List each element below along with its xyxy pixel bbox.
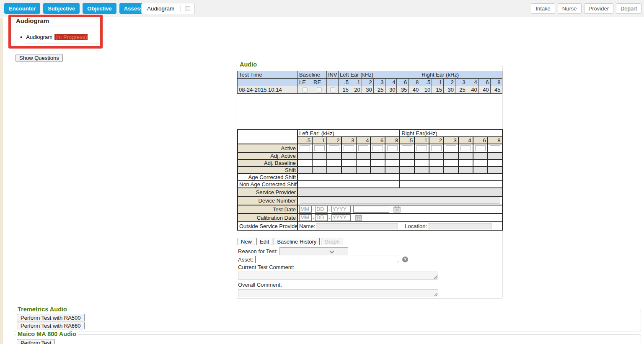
baseline-re-cell xyxy=(312,86,327,94)
active-input[interactable] xyxy=(475,145,486,151)
dash: - xyxy=(313,215,314,221)
test-time-value[interactable]: 08-24-2015 10:14 xyxy=(238,86,298,94)
perform-test-button[interactable]: Perform Test xyxy=(17,339,55,344)
freq-header: 2 xyxy=(327,137,341,144)
left-value: 35 xyxy=(397,86,409,94)
audio-section: Audio Test Time Baseline INV Left Ear (k… xyxy=(236,65,503,299)
calendar-icon[interactable] xyxy=(393,206,401,213)
reason-row: Reason for Test: xyxy=(238,247,348,255)
nav-button-objective[interactable]: Objective xyxy=(83,3,116,14)
status-badge: (In Progress) xyxy=(54,34,88,40)
graph-button[interactable]: Graph xyxy=(321,238,343,245)
perform-test-ra500-button[interactable]: Perform Test with RA500 xyxy=(17,314,85,321)
help-icon[interactable]: ? xyxy=(402,257,408,262)
baseline-history-button[interactable]: Baseline History xyxy=(274,238,320,245)
nav-button-encounter[interactable]: Encounter xyxy=(4,3,40,14)
left-value: 20 xyxy=(350,86,362,94)
reason-label: Reason for Test: xyxy=(238,248,277,254)
freq-header: 2 xyxy=(444,79,455,86)
calibration-date-mm-input[interactable] xyxy=(299,214,312,221)
active-input[interactable] xyxy=(358,145,369,151)
freq-header: 8 xyxy=(490,79,502,86)
freq-header: 2 xyxy=(429,137,444,144)
active-input[interactable] xyxy=(490,145,500,151)
provider-button[interactable]: Provider xyxy=(584,3,613,14)
freq-header: 1 xyxy=(414,137,429,144)
active-input[interactable] xyxy=(402,145,412,151)
non-age-shift-right-cell xyxy=(400,181,502,188)
overall-comment-label: Overall Comment: xyxy=(238,282,282,288)
freq-header: 1 xyxy=(432,79,444,86)
tab-audiogram[interactable]: Audiogram xyxy=(141,3,195,14)
freq-header: 3 xyxy=(373,79,385,86)
freq-header: .5 xyxy=(339,79,350,86)
col-right-ear: Right Ear (kHz) xyxy=(420,71,502,79)
row-label-adj-baseline: Adj. Baseline xyxy=(238,159,297,167)
test-time-input[interactable] xyxy=(353,206,389,213)
inv-checkbox[interactable] xyxy=(330,87,335,92)
audiogram-form-link[interactable]: Audiogram xyxy=(26,34,52,40)
baseline-re-checkbox[interactable] xyxy=(317,87,322,92)
active-input[interactable] xyxy=(387,145,398,151)
asset-input[interactable] xyxy=(255,256,400,263)
active-input[interactable] xyxy=(460,145,471,151)
active-input[interactable] xyxy=(314,145,325,151)
row-label-shift: Shift xyxy=(238,167,297,174)
calendar-icon[interactable] xyxy=(355,214,362,221)
baseline-le-checkbox[interactable] xyxy=(303,87,308,92)
freq-header: 8 xyxy=(488,137,502,144)
right-value: 40 xyxy=(478,86,490,94)
active-input[interactable] xyxy=(372,145,383,151)
divider xyxy=(25,43,99,44)
depart-button[interactable]: Depart xyxy=(616,3,641,14)
active-input[interactable] xyxy=(416,145,427,151)
forms-section-title: Audiogram xyxy=(16,17,49,24)
show-questions-button[interactable]: Show Questions xyxy=(16,54,63,62)
active-input[interactable] xyxy=(344,145,354,151)
non-age-shift-left-cell xyxy=(297,181,400,188)
calibration-date-yyyy-input[interactable] xyxy=(331,214,351,221)
overall-comment-textarea[interactable] xyxy=(238,289,438,297)
freq-header: 8 xyxy=(409,79,420,86)
outside-location-input[interactable] xyxy=(428,223,491,229)
perform-test-ra660-button[interactable]: Perform Test with RA660 xyxy=(17,322,85,329)
right-value: 40 xyxy=(467,86,478,94)
right-ear-header: Right Ear(kHz) xyxy=(400,130,502,137)
test-date-dd-input[interactable] xyxy=(315,206,328,213)
new-button[interactable]: New xyxy=(238,238,255,245)
resize-grip-icon xyxy=(434,293,437,296)
freq-header: 3 xyxy=(444,137,458,144)
device-number-input[interactable] xyxy=(300,198,500,204)
active-input[interactable] xyxy=(431,145,442,151)
dash: - xyxy=(328,215,330,221)
left-ear-header: Left Ear: (kHz) xyxy=(297,130,400,137)
active-input[interactable] xyxy=(300,145,310,151)
nav-button-subjective[interactable]: Subjective xyxy=(43,3,80,14)
divider xyxy=(16,26,99,26)
baseline-le-cell xyxy=(298,86,312,94)
intake-button[interactable]: Intake xyxy=(531,3,555,14)
active-input[interactable] xyxy=(329,145,339,151)
calibration-date-dd-input[interactable] xyxy=(315,214,328,221)
empty-cell xyxy=(327,79,339,86)
nurse-button[interactable]: Nurse xyxy=(558,3,582,14)
resize-corner-icon xyxy=(397,260,400,263)
service-provider-cell xyxy=(297,188,502,196)
reason-select[interactable] xyxy=(279,247,348,255)
test-date-yyyy-input[interactable] xyxy=(331,206,351,213)
bullet-icon: • xyxy=(20,33,22,41)
age-shift-right-cell xyxy=(400,174,502,181)
current-comment-textarea[interactable] xyxy=(238,272,438,280)
freq-header: 6 xyxy=(478,79,490,86)
save-icon[interactable] xyxy=(181,5,194,12)
right-value: 45 xyxy=(490,86,502,94)
outside-location-label: Location: xyxy=(405,223,427,229)
active-input[interactable] xyxy=(446,145,456,151)
right-value: 25 xyxy=(455,86,467,94)
test-date-mm-input[interactable] xyxy=(299,206,312,213)
row-label-device-number: Device Number xyxy=(238,196,297,205)
edit-button[interactable]: Edit xyxy=(256,238,272,245)
col-re: RE xyxy=(312,79,327,86)
left-value: 30 xyxy=(385,86,397,94)
outside-name-input[interactable] xyxy=(316,223,398,229)
